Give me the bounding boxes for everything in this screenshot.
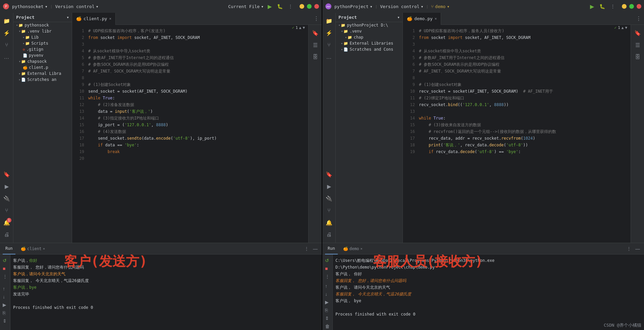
left-files-icon[interactable]: 📁 (1, 15, 12, 26)
left-nav-up-icon[interactable]: ▲ (299, 26, 302, 30)
left-project-name[interactable]: pythonsocket (12, 4, 48, 9)
right-vc-button[interactable]: Version control (380, 4, 423, 9)
left-run-btn5[interactable]: ⇕ (1, 318, 9, 324)
right-run-btn5[interactable]: ⇕ (324, 315, 331, 322)
right-code-editor[interactable]: 12345 678910 1112131415 16171819 # UDP模拟… (403, 25, 631, 243)
left-expand-icon-3: ▸ (23, 36, 24, 39)
left-structure-icon[interactable]: ⚡ (1, 28, 12, 38)
left-nav-down-icon[interactable]: ▼ (303, 26, 305, 30)
right-code-content[interactable]: # UDP模拟客服咨询小程序，服务人员(接收方) from socket imp… (416, 25, 631, 243)
right-more-button[interactable]: ⋮ (609, 3, 616, 10)
right-nav-up-icon[interactable]: ▲ (622, 26, 624, 30)
right-run-sidebar-icon[interactable]: ▶ (324, 181, 334, 192)
right-minimize-button[interactable]: — (622, 4, 627, 9)
left-scroll-up-btn[interactable]: ↑ (1, 285, 9, 292)
left-tree-scripts[interactable]: ▸ 📁 Scripts (13, 40, 72, 46)
right-git2-icon[interactable]: ⑂ (324, 205, 334, 216)
right-plugins-icon[interactable]: 🔌 (324, 193, 334, 204)
right-tab-close[interactable]: ✕ (435, 16, 437, 21)
right-scroll-down-btn[interactable]: ↓ (324, 291, 331, 297)
right-nav-down-icon[interactable]: ▼ (625, 26, 627, 30)
right-run-button[interactable]: ▶ (589, 3, 595, 10)
right-more-sidebar-icon[interactable]: … (324, 52, 334, 62)
right-right-structure-icon[interactable]: ☰ (632, 40, 643, 50)
right-tree-venv[interactable]: ▾ 📁 .venv (336, 28, 402, 34)
left-vc-button[interactable]: Version control (55, 4, 98, 9)
right-run-btn2[interactable]: ⋮ (324, 273, 331, 280)
right-debug-button[interactable]: 🐛 (598, 3, 606, 10)
left-close-button[interactable]: ✕ (314, 4, 319, 9)
right-right-bookmark-icon[interactable]: 🔖 (632, 28, 643, 38)
left-tree-ext-libs[interactable]: ▸ 📁 External Libra (13, 70, 72, 77)
right-right-db-icon[interactable]: 🗄 (632, 52, 643, 62)
left-bottom-close[interactable]: — (312, 245, 319, 252)
right-run-tab[interactable]: Run (325, 243, 338, 254)
right-rerun-button[interactable]: ↺ (324, 257, 331, 264)
left-more-button[interactable]: ⋮ (287, 3, 294, 10)
right-stop-button[interactable]: ■ (324, 265, 331, 272)
left-tree-clientpy[interactable]: 🍊 client.p (13, 64, 72, 70)
left-bookmark-icon[interactable]: 🔖 (1, 169, 12, 180)
left-tree-pythonsock[interactable]: ▾ 📁 pythonsock (13, 22, 72, 28)
left-code-editor[interactable]: 12345 678910 1112131415 1617181920 # UDP… (72, 25, 308, 243)
right-branch-button[interactable]: ⑂ demo (431, 4, 449, 9)
left-scroll-down-btn[interactable]: ↓ (1, 293, 9, 300)
right-run-btn3[interactable]: ▶ (324, 299, 331, 305)
left-tab-more[interactable]: ⋮ (311, 15, 322, 22)
right-tree-scratches[interactable]: ▸ 📄 Scratches and Cons (336, 46, 402, 52)
left-tree-scratches[interactable]: ▸ 📄 Scratches an (13, 77, 72, 83)
left-tree-chapsock[interactable]: ▾ 📁 chapsock (13, 58, 72, 64)
left-tab-clientpy[interactable]: 🍊 client.py ✕ (72, 13, 116, 25)
left-stop-button[interactable]: ■ (1, 265, 9, 272)
left-run-btn3[interactable]: ▶ (1, 301, 9, 308)
left-run-tab[interactable]: Run (3, 243, 15, 254)
left-git-icon[interactable]: ⑂ (1, 40, 12, 50)
right-tab-demopy[interactable]: 🍊 demo.py ✕ (403, 13, 441, 25)
right-files-icon[interactable]: 📁 (324, 15, 334, 26)
right-run-btn4[interactable]: ⎘ (324, 307, 331, 314)
right-structure-icon[interactable]: ⚡ (324, 28, 334, 38)
left-maximize-button[interactable]: □ (307, 4, 312, 9)
left-right-db-icon[interactable]: 🗄 (310, 52, 321, 62)
right-run-btn6[interactable]: 🗑 (324, 323, 331, 330)
left-print-icon[interactable]: 🖨 (1, 229, 12, 240)
left-git2-icon[interactable]: ⑂ (1, 205, 12, 216)
left-current-file[interactable]: Current File (228, 4, 264, 9)
right-maximize-button[interactable]: □ (629, 4, 634, 9)
left-tree-pyvenv[interactable]: 📄 pyvenv (13, 52, 72, 58)
right-bottom-close[interactable]: — (634, 245, 641, 252)
left-run-sidebar-icon[interactable]: ▶ (1, 181, 12, 192)
left-right-bookmark-icon[interactable]: 🔖 (310, 28, 321, 38)
left-run-btn2[interactable]: ⋮ (1, 273, 9, 280)
right-project-name[interactable]: pythonProject (334, 4, 373, 9)
left-tab-close[interactable]: ✕ (109, 16, 111, 21)
left-run-file-tab[interactable]: 🍊 client ✕ (18, 243, 48, 254)
right-tree-pythonproject[interactable]: ▾ 📁 pythonProject D:\ (336, 22, 402, 28)
right-bookmark-icon[interactable]: 🔖 (324, 169, 334, 180)
right-tree-ext-libs[interactable]: ▸ 📁 External Libraries (336, 40, 402, 46)
right-bottom-more[interactable]: ⋮ (625, 245, 633, 252)
left-run-btn4[interactable]: ⎘ (1, 310, 9, 316)
right-scroll-up-btn[interactable]: ↑ (324, 283, 331, 289)
right-git-icon[interactable]: ⑂ (324, 40, 334, 50)
right-run-file-close[interactable]: ✕ (361, 247, 363, 250)
right-run-file-tab[interactable]: 🍊 demo ✕ (340, 243, 365, 254)
left-more-sidebar-icon[interactable]: … (1, 52, 12, 62)
left-run-button[interactable]: ▶ (266, 3, 273, 10)
right-notifications-icon[interactable]: 🔔 (324, 217, 334, 228)
left-debug-button[interactable]: 🐛 (276, 3, 284, 10)
left-tree-lib[interactable]: ▸ 📁 Lib (13, 34, 72, 40)
left-minimize-button[interactable]: — (300, 4, 304, 9)
left-tree-gitignore[interactable]: ⊙ .gitign (13, 46, 72, 52)
right-tree-chap[interactable]: ▸ 📁 chap (336, 34, 402, 40)
left-rerun-button[interactable]: ↺ (1, 257, 9, 264)
left-bottom-more[interactable]: ⋮ (303, 245, 310, 252)
right-tab-more[interactable]: ⋮ (633, 15, 644, 22)
left-plugins-icon[interactable]: 🔌 (1, 193, 12, 204)
left-code-content[interactable]: # UDP模拟客服咨询小程序，客户(发送方) from socket impor… (86, 25, 308, 243)
left-run-file-close[interactable]: ✕ (43, 247, 45, 250)
left-tree-venv[interactable]: ▾ 📁 .venv libr (13, 28, 72, 34)
left-right-structure-icon[interactable]: ☰ (310, 40, 321, 50)
right-print-icon[interactable]: 🖨 (324, 229, 334, 240)
right-close-button[interactable]: ✕ (637, 4, 641, 9)
